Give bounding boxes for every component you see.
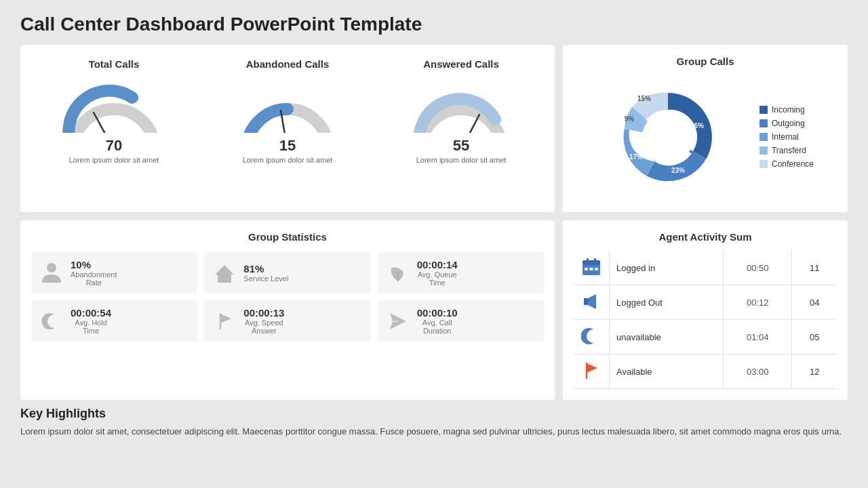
legend-dot-outgoing	[760, 119, 768, 127]
activity-time-unavailable: 01:04	[724, 320, 792, 354]
gauge-answered-title: Answered Calls	[423, 58, 499, 70]
legend-dot-internal	[760, 133, 768, 141]
svg-rect-25	[595, 268, 598, 270]
activity-label-logged-in: Logged in	[610, 251, 724, 285]
key-highlights-section: Key Highlights Lorem ipsum dolor sit ame…	[20, 407, 848, 439]
legend-transferd: Transferd	[760, 146, 814, 155]
svg-rect-20	[583, 260, 600, 265]
stat-hold-label: Avg. HoldTime	[71, 319, 111, 335]
svg-text:9%: 9%	[625, 115, 635, 123]
gauge-total-visual	[60, 75, 168, 133]
svg-marker-29	[587, 363, 597, 373]
stat-abandonment-text: 10% AbandonmentRate	[71, 259, 117, 287]
donut-card: Group Calls	[563, 45, 848, 212]
svg-point-12	[47, 263, 56, 272]
activity-count-logged-in: 11	[792, 251, 837, 285]
stat-abandonment-rate: 10% AbandonmentRate	[31, 252, 197, 293]
svg-marker-13	[215, 265, 234, 283]
donut-chart: 36% 23% 17% 9% 15%	[597, 73, 746, 201]
legend-label-outgoing: Outgoing	[772, 119, 805, 128]
svg-rect-21	[587, 258, 589, 262]
activity-icon-logged-in	[574, 251, 610, 285]
activity-time-available: 03:00	[724, 354, 792, 389]
gauge-abandoned-calls: Abandoned Calls 15 Lorem ipsum dolor sit…	[220, 58, 355, 164]
stat-avg-queue: 00:00:14 Avg. QueueTime	[378, 252, 544, 293]
stat-avg-hold: 00:00:54 Avg. HoldTime	[31, 300, 197, 342]
stat-speed-label: Avg. SpeedAnswer	[243, 319, 284, 335]
activity-count-available: 12	[792, 354, 837, 389]
legend-incoming: Incoming	[760, 105, 814, 115]
legend-dot-transferd	[760, 146, 768, 155]
svg-text:23%: 23%	[671, 167, 685, 174]
stat-service-text: 81% Service Level	[243, 263, 288, 283]
stat-call-label: Avg. CallDuration	[417, 319, 458, 335]
gauge-abandoned-svg	[233, 75, 342, 133]
svg-point-6	[642, 111, 694, 163]
donut-legend: Incoming Outgoing Internal Transferd Con…	[760, 105, 814, 169]
activity-icon-logged-out	[574, 285, 610, 320]
group-statistics-card: Group Statistics 10% AbandonmentRate	[20, 220, 555, 400]
moon-half-icon	[580, 325, 602, 347]
activity-label-unavailable: unavailable	[610, 320, 724, 354]
gauge-total-value: 70	[106, 137, 122, 155]
leaf-icon	[386, 261, 410, 285]
svg-rect-24	[590, 268, 593, 270]
moon-icon	[39, 309, 64, 333]
activity-table: Logged in 00:50 11 Logged Out 00:12 04	[574, 251, 837, 389]
stat-queue-label: Avg. QueueTime	[417, 270, 458, 287]
stat-abandonment-label: AbandonmentRate	[71, 270, 117, 287]
stat-avg-speed: 00:00:13 Avg. SpeedAnswer	[204, 300, 370, 342]
group-stats-title: Group Statistics	[31, 231, 544, 243]
home-icon	[212, 261, 237, 285]
donut-content: 36% 23% 17% 9% 15% Incoming Outgoing Int…	[574, 73, 837, 201]
activity-row-unavailable: unavailable 01:04 05	[574, 320, 837, 354]
svg-rect-23	[585, 268, 588, 270]
stat-service-level: 81% Service Level	[204, 252, 370, 293]
legend-label-conference: Conference	[772, 159, 814, 169]
legend-label-incoming: Incoming	[772, 105, 805, 115]
gauge-answered-value: 55	[453, 137, 469, 155]
flag-icon	[212, 309, 237, 333]
stat-service-value: 81%	[243, 263, 288, 274]
activity-title: Agent Activity Sum	[574, 231, 837, 243]
stat-queue-value: 00:00:14	[417, 259, 458, 270]
gauge-answered-desc: Lorem ipsum dolor sit amet	[416, 156, 507, 164]
donut-title: Group Calls	[574, 56, 837, 67]
gauge-total-svg	[60, 75, 168, 133]
legend-conference: Conference	[760, 159, 814, 169]
stat-service-label: Service Level	[243, 274, 288, 283]
stat-call-value: 00:00:10	[417, 307, 458, 319]
stat-hold-value: 00:00:54	[71, 307, 111, 319]
svg-text:36%: 36%	[690, 122, 704, 129]
page-title: Call Center Dashboard PowerPoint Templat…	[20, 14, 848, 35]
highlights-title: Key Highlights	[20, 407, 848, 421]
svg-text:17%: 17%	[629, 153, 643, 161]
highlights-text: Lorem ipsum dolor sit amet, consectetuer…	[20, 425, 848, 439]
legend-internal: Internal	[760, 132, 814, 142]
gauge-abandoned-value: 15	[279, 137, 296, 155]
gauge-answered-calls: Answered Calls 55 Lorem ipsum dolor sit …	[393, 58, 529, 164]
paper-plane-icon	[386, 309, 410, 333]
calendar-icon	[580, 256, 602, 278]
svg-rect-22	[594, 258, 596, 262]
gauge-answered-svg	[407, 75, 515, 133]
legend-outgoing: Outgoing	[760, 119, 814, 128]
gauge-total-desc: Lorem ipsum dolor sit amet	[69, 156, 159, 164]
megaphone-icon	[580, 291, 602, 312]
gauge-abandoned-desc: Lorem ipsum dolor sit amet	[243, 156, 333, 164]
stat-avg-call: 00:00:10 Avg. CallDuration	[378, 300, 544, 342]
activity-time-logged-out: 00:12	[724, 285, 792, 320]
stat-speed-text: 00:00:13 Avg. SpeedAnswer	[243, 307, 284, 335]
gauge-total-calls: Total Calls 70 Lorem ipsum dolor sit ame…	[46, 58, 182, 164]
activity-row-logged-out: Logged Out 00:12 04	[574, 285, 837, 320]
gauge-answered-visual	[407, 75, 515, 133]
activity-row-available: Available 03:00 12	[574, 354, 837, 389]
gauges-card: Total Calls 70 Lorem ipsum dolor sit ame…	[20, 45, 555, 212]
activity-label-logged-out: Logged Out	[610, 285, 724, 320]
svg-rect-27	[584, 298, 588, 305]
agent-activity-card: Agent Activity Sum	[563, 220, 848, 400]
activity-icon-unavailable	[574, 320, 610, 354]
activity-count-unavailable: 05	[792, 320, 837, 354]
stat-abandonment-value: 10%	[71, 259, 117, 270]
flag-fill-icon	[580, 360, 602, 382]
